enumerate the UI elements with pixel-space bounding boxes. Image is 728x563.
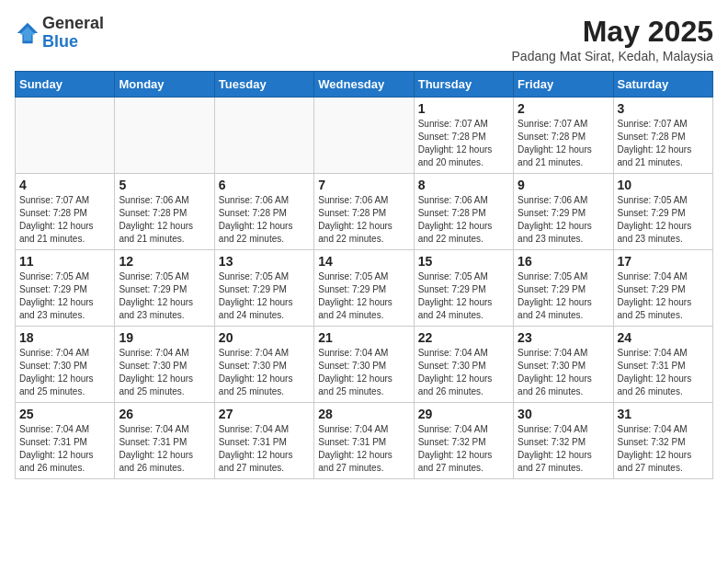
location: Padang Mat Sirat, Kedah, Malaysia [512,49,713,63]
calendar-cell: 9Sunrise: 7:06 AM Sunset: 7:29 PM Daylig… [514,174,613,250]
day-number: 27 [219,407,310,421]
calendar-cell: 13Sunrise: 7:05 AM Sunset: 7:29 PM Dayli… [214,250,313,327]
day-info: Sunrise: 7:04 AM Sunset: 7:30 PM Dayligh… [19,347,110,398]
day-number: 19 [119,330,210,345]
day-number: 5 [119,178,210,192]
calendar-header: SundayMondayTuesdayWednesdayThursdayFrid… [16,72,713,98]
day-number: 10 [618,178,709,192]
logo-general-text: General [42,14,104,32]
day-info: Sunrise: 7:07 AM Sunset: 7:28 PM Dayligh… [418,118,509,169]
calendar-cell: 28Sunrise: 7:04 AM Sunset: 7:31 PM Dayli… [314,403,414,479]
calendar-cell: 10Sunrise: 7:05 AM Sunset: 7:29 PM Dayli… [613,174,712,250]
day-info: Sunrise: 7:04 AM Sunset: 7:30 PM Dayligh… [418,347,509,398]
calendar-cell: 20Sunrise: 7:04 AM Sunset: 7:30 PM Dayli… [214,327,313,403]
day-info: Sunrise: 7:04 AM Sunset: 7:32 PM Dayligh… [518,423,609,475]
day-info: Sunrise: 7:05 AM Sunset: 7:29 PM Dayligh… [318,270,409,322]
logo-icon [15,20,40,46]
day-number: 17 [618,254,709,269]
logo-blue-text: Blue [42,32,78,51]
day-info: Sunrise: 7:06 AM Sunset: 7:28 PM Dayligh… [119,194,210,246]
calendar-cell: 1Sunrise: 7:07 AM Sunset: 7:28 PM Daylig… [414,98,513,174]
day-info: Sunrise: 7:04 AM Sunset: 7:31 PM Dayligh… [219,423,310,475]
title-area: May 2025 Padang Mat Sirat, Kedah, Malays… [512,15,713,63]
day-number: 31 [618,407,709,421]
day-info: Sunrise: 7:05 AM Sunset: 7:29 PM Dayligh… [618,194,709,246]
calendar-cell: 5Sunrise: 7:06 AM Sunset: 7:28 PM Daylig… [115,174,214,250]
calendar-cell: 19Sunrise: 7:04 AM Sunset: 7:30 PM Dayli… [115,327,214,403]
day-number: 22 [418,330,509,345]
calendar-cell: 23Sunrise: 7:04 AM Sunset: 7:30 PM Dayli… [514,327,613,403]
day-number: 2 [518,101,609,116]
calendar-cell: 17Sunrise: 7:04 AM Sunset: 7:29 PM Dayli… [613,250,712,327]
calendar-cell: 25Sunrise: 7:04 AM Sunset: 7:31 PM Dayli… [16,403,115,479]
day-info: Sunrise: 7:06 AM Sunset: 7:28 PM Dayligh… [418,194,509,246]
calendar-cell: 21Sunrise: 7:04 AM Sunset: 7:30 PM Dayli… [314,327,414,403]
calendar-cell: 18Sunrise: 7:04 AM Sunset: 7:30 PM Dayli… [16,327,115,403]
calendar-cell: 8Sunrise: 7:06 AM Sunset: 7:28 PM Daylig… [414,174,513,250]
day-info: Sunrise: 7:04 AM Sunset: 7:30 PM Dayligh… [318,347,409,398]
day-info: Sunrise: 7:04 AM Sunset: 7:30 PM Dayligh… [119,347,210,398]
day-number: 18 [19,330,110,345]
calendar-cell: 7Sunrise: 7:06 AM Sunset: 7:28 PM Daylig… [314,174,414,250]
calendar-cell: 30Sunrise: 7:04 AM Sunset: 7:32 PM Dayli… [514,403,613,479]
day-number: 20 [219,330,310,345]
day-header-monday: Monday [115,72,214,98]
day-info: Sunrise: 7:05 AM Sunset: 7:29 PM Dayligh… [418,270,509,322]
calendar-cell: 29Sunrise: 7:04 AM Sunset: 7:32 PM Dayli… [414,403,513,479]
day-info: Sunrise: 7:06 AM Sunset: 7:29 PM Dayligh… [518,194,609,246]
day-number: 3 [618,101,709,116]
calendar-cell: 2Sunrise: 7:07 AM Sunset: 7:28 PM Daylig… [514,98,613,174]
day-header-wednesday: Wednesday [314,72,414,98]
logo: General Blue [15,15,104,52]
day-info: Sunrise: 7:04 AM Sunset: 7:32 PM Dayligh… [418,423,509,475]
week-row-3: 18Sunrise: 7:04 AM Sunset: 7:30 PM Dayli… [16,327,713,403]
day-number: 29 [418,407,509,421]
calendar-cell: 26Sunrise: 7:04 AM Sunset: 7:31 PM Dayli… [115,403,214,479]
calendar-cell: 31Sunrise: 7:04 AM Sunset: 7:32 PM Dayli… [613,403,712,479]
day-info: Sunrise: 7:05 AM Sunset: 7:29 PM Dayligh… [219,270,310,322]
day-info: Sunrise: 7:04 AM Sunset: 7:31 PM Dayligh… [618,347,709,398]
day-number: 26 [119,407,210,421]
week-row-1: 4Sunrise: 7:07 AM Sunset: 7:28 PM Daylig… [16,174,713,250]
days-header-row: SundayMondayTuesdayWednesdayThursdayFrid… [16,72,713,98]
day-number: 16 [518,254,609,269]
calendar-cell: 12Sunrise: 7:05 AM Sunset: 7:29 PM Dayli… [115,250,214,327]
day-info: Sunrise: 7:07 AM Sunset: 7:28 PM Dayligh… [19,194,110,246]
day-info: Sunrise: 7:05 AM Sunset: 7:29 PM Dayligh… [119,270,210,322]
calendar-cell: 15Sunrise: 7:05 AM Sunset: 7:29 PM Dayli… [414,250,513,327]
week-row-2: 11Sunrise: 7:05 AM Sunset: 7:29 PM Dayli… [16,250,713,327]
day-info: Sunrise: 7:04 AM Sunset: 7:32 PM Dayligh… [618,423,709,475]
calendar-cell: 16Sunrise: 7:05 AM Sunset: 7:29 PM Dayli… [514,250,613,327]
day-info: Sunrise: 7:04 AM Sunset: 7:31 PM Dayligh… [318,423,409,475]
calendar-cell: 6Sunrise: 7:06 AM Sunset: 7:28 PM Daylig… [214,174,313,250]
day-info: Sunrise: 7:05 AM Sunset: 7:29 PM Dayligh… [518,270,609,322]
day-info: Sunrise: 7:06 AM Sunset: 7:28 PM Dayligh… [219,194,310,246]
day-info: Sunrise: 7:04 AM Sunset: 7:29 PM Dayligh… [618,270,709,322]
calendar-cell: 14Sunrise: 7:05 AM Sunset: 7:29 PM Dayli… [314,250,414,327]
calendar-cell [314,98,414,174]
day-number: 12 [119,254,210,269]
calendar-cell: 24Sunrise: 7:04 AM Sunset: 7:31 PM Dayli… [613,327,712,403]
calendar-body: 1Sunrise: 7:07 AM Sunset: 7:28 PM Daylig… [16,98,713,479]
day-number: 28 [318,407,409,421]
day-info: Sunrise: 7:07 AM Sunset: 7:28 PM Dayligh… [518,118,609,169]
day-number: 11 [19,254,110,269]
day-number: 9 [518,178,609,192]
day-number: 8 [418,178,509,192]
calendar-cell [16,98,115,174]
month-year: May 2025 [512,15,713,49]
day-info: Sunrise: 7:06 AM Sunset: 7:28 PM Dayligh… [318,194,409,246]
day-number: 21 [318,330,409,345]
calendar-cell [214,98,313,174]
day-number: 1 [418,101,509,116]
day-number: 14 [318,254,409,269]
calendar-cell [115,98,214,174]
calendar-cell: 22Sunrise: 7:04 AM Sunset: 7:30 PM Dayli… [414,327,513,403]
day-number: 25 [19,407,110,421]
day-info: Sunrise: 7:05 AM Sunset: 7:29 PM Dayligh… [19,270,110,322]
day-header-tuesday: Tuesday [214,72,313,98]
day-number: 23 [518,330,609,345]
calendar-cell: 4Sunrise: 7:07 AM Sunset: 7:28 PM Daylig… [16,174,115,250]
day-header-thursday: Thursday [414,72,513,98]
day-info: Sunrise: 7:04 AM Sunset: 7:30 PM Dayligh… [219,347,310,398]
